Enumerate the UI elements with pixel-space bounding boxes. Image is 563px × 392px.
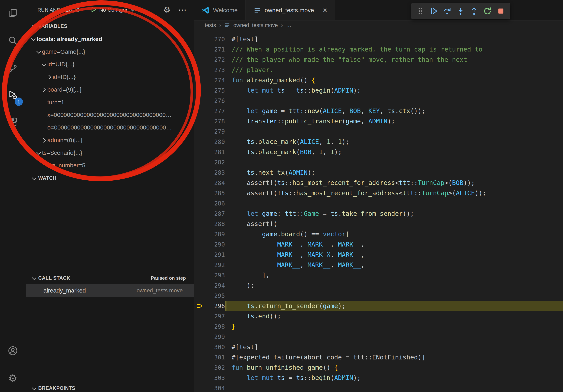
launch-config-picker[interactable]: No Configur <box>90 6 136 14</box>
line-number[interactable]: 288 <box>205 221 225 227</box>
chevron-down-icon[interactable] <box>31 275 38 281</box>
restart-button[interactable] <box>481 4 494 18</box>
variable-row[interactable]: id = ID{...} <box>26 71 194 83</box>
code-line[interactable]: 280 ts.place_mark(ALICE, 1, 1); <box>194 137 563 147</box>
code-line[interactable]: 289 game.board() == vector[ <box>194 229 563 239</box>
chevron-down-icon[interactable] <box>35 48 42 55</box>
code-line[interactable]: 272/// the player who made the "false" m… <box>194 54 563 65</box>
line-number[interactable]: 276 <box>205 97 225 104</box>
chevron-down-icon[interactable] <box>31 23 38 29</box>
breakpoints-section-header[interactable]: BREAKPOINTS <box>26 382 194 392</box>
line-number[interactable]: 280 <box>205 138 225 145</box>
line-number[interactable]: 278 <box>205 118 225 125</box>
more-actions-icon[interactable]: ⋯ <box>178 8 187 12</box>
config-label[interactable]: No Configur <box>99 7 128 13</box>
line-number[interactable]: 302 <box>205 364 225 371</box>
line-number[interactable]: 296 <box>205 303 225 310</box>
line-number[interactable]: 287 <box>205 210 225 217</box>
line-number[interactable]: 297 <box>205 313 225 320</box>
code-line[interactable]: 292 MARK__, MARK__, MARK__, <box>194 260 563 270</box>
activity-explorer[interactable] <box>0 0 26 27</box>
code-line[interactable]: 295 <box>194 290 563 301</box>
debug-paused-icon[interactable] <box>194 302 205 310</box>
line-number[interactable]: 271 <box>205 46 225 53</box>
line-number[interactable]: 298 <box>205 323 225 330</box>
chevron-down-icon[interactable] <box>30 36 37 42</box>
activity-settings[interactable]: ⚙ <box>0 365 26 392</box>
tab-welcome[interactable]: Welcome <box>194 0 246 20</box>
code-line[interactable]: 287 let game: ttt::Game = ts.take_from_s… <box>194 209 563 219</box>
line-number[interactable]: 303 <box>205 374 225 381</box>
code-line[interactable]: 285 assert!(!ts::has_most_recent_for_add… <box>194 188 563 198</box>
code-line[interactable]: 277 let game = ttt::new(ALICE, BOB, KEY,… <box>194 106 563 116</box>
activity-source-control[interactable] <box>0 54 26 82</box>
chevron-right-icon[interactable] <box>41 137 47 144</box>
variable-row[interactable]: game = Game{...} <box>26 45 194 58</box>
line-number[interactable]: 293 <box>205 272 225 279</box>
variable-row[interactable]: o = 0000000000000000000000000000000000… <box>26 121 194 134</box>
step-into-button[interactable] <box>454 4 467 18</box>
line-number[interactable]: 274 <box>205 77 225 84</box>
code-line[interactable]: 293 ], <box>194 270 563 280</box>
line-number[interactable]: 291 <box>205 251 225 258</box>
code-line[interactable]: 278 transfer::public_transfer(game, ADMI… <box>194 116 563 126</box>
code-line[interactable]: 297 ts.end(); <box>194 311 563 321</box>
line-number[interactable]: 281 <box>205 149 225 156</box>
variable-row[interactable]: locals: already_marked <box>26 33 194 45</box>
line-number[interactable]: 294 <box>205 282 225 289</box>
code-line[interactable]: 274fun already_marked() { <box>194 75 563 85</box>
variable-row[interactable]: txn_number = 5 <box>26 159 194 172</box>
line-number[interactable]: 277 <box>205 108 225 115</box>
code-line[interactable]: 300#[test] <box>194 342 563 352</box>
chevron-down-icon[interactable] <box>31 175 38 182</box>
code-line[interactable]: 299 <box>194 332 563 342</box>
chevron-down-icon[interactable] <box>41 61 47 68</box>
code-line[interactable]: 288 assert!( <box>194 219 563 229</box>
breadcrumb-folder[interactable]: tests <box>205 22 216 28</box>
code-line[interactable]: 302fun burn_unfinished_game() { <box>194 362 563 373</box>
variable-row[interactable]: ts = Scenario{...} <box>26 146 194 159</box>
chevron-down-icon[interactable] <box>35 149 42 156</box>
chevron-right-icon[interactable] <box>41 86 47 93</box>
line-number[interactable]: 289 <box>205 231 225 238</box>
watch-section-header[interactable]: WATCH <box>26 172 194 184</box>
tab-owned-tests-move[interactable]: owned_tests.move × <box>246 0 335 20</box>
line-number[interactable]: 279 <box>205 128 225 135</box>
variable-row[interactable]: x = 0000000000000000000000000000000000… <box>26 109 194 121</box>
code-line[interactable]: 271/// When a position is already marked… <box>194 44 563 54</box>
variable-row[interactable]: turn = 1 <box>26 96 194 109</box>
breadcrumb-symbol[interactable]: … <box>286 22 291 28</box>
code-line[interactable]: 276 <box>194 95 563 106</box>
code-line[interactable]: 294 ); <box>194 280 563 290</box>
code-line[interactable]: 281 ts.place_mark(BOB, 1, 1); <box>194 147 563 157</box>
start-debug-icon[interactable] <box>90 6 97 14</box>
stack-frame[interactable]: already_markedowned_tests.move <box>26 284 194 297</box>
code-line[interactable]: 279 <box>194 126 563 137</box>
line-number[interactable]: 299 <box>205 333 225 340</box>
gear-icon[interactable]: ⚙ <box>163 6 170 14</box>
breadcrumb-file[interactable]: owned_tests.move <box>233 22 278 28</box>
code-line[interactable]: 290 MARK__, MARK__, MARK__, <box>194 239 563 249</box>
step-out-button[interactable] <box>468 4 480 18</box>
code-line[interactable]: 296 ts.return_to_sender(game); <box>194 301 563 311</box>
line-number[interactable]: 285 <box>205 190 225 196</box>
activity-search[interactable] <box>0 27 26 54</box>
variables-section-header[interactable]: VARIABLES <box>26 20 194 32</box>
code-line[interactable]: 275 let mut ts = ts::begin(ADMIN); <box>194 85 563 95</box>
drag-grip-icon[interactable] <box>414 4 427 18</box>
code-line[interactable]: 304 <box>194 383 563 392</box>
line-number[interactable]: 275 <box>205 87 225 94</box>
line-number[interactable]: 304 <box>205 385 225 392</box>
line-number[interactable]: 290 <box>205 241 225 248</box>
code-line[interactable]: 273/// player. <box>194 65 563 75</box>
stop-button[interactable] <box>495 4 507 18</box>
code-line[interactable]: 303 let mut ts = ts::begin(ADMIN); <box>194 373 563 383</box>
activity-account[interactable] <box>0 338 26 365</box>
line-number[interactable]: 292 <box>205 261 225 268</box>
activity-run-debug[interactable]: 1 <box>0 82 26 109</box>
code-line[interactable]: 282 <box>194 157 563 167</box>
close-icon[interactable]: × <box>323 6 327 14</box>
step-over-button[interactable] <box>441 4 454 18</box>
line-number[interactable]: 286 <box>205 200 225 207</box>
code-line[interactable]: 298} <box>194 321 563 332</box>
